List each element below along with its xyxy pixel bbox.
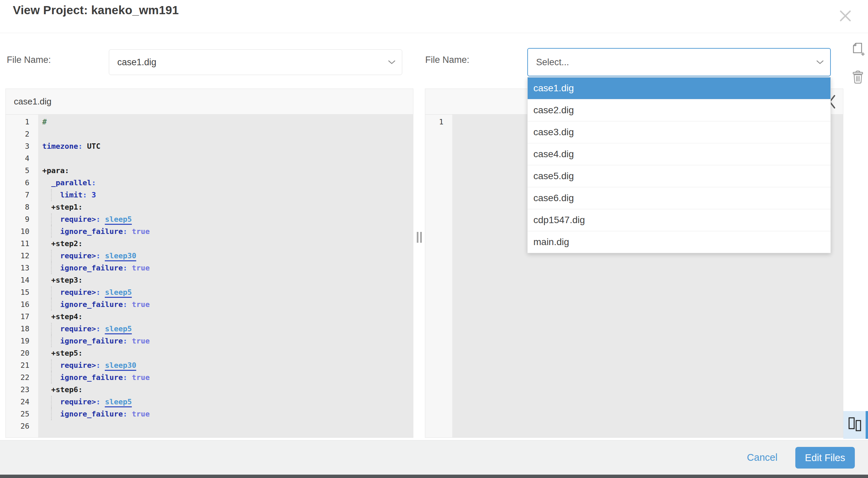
code-line: +step4: bbox=[42, 311, 413, 323]
line-number: 9 bbox=[6, 213, 38, 225]
page-title: View Project: kaneko_wm191 bbox=[13, 3, 179, 17]
task-link[interactable]: sleep5 bbox=[105, 288, 131, 298]
code-token: true bbox=[132, 264, 150, 272]
edit-files-button[interactable]: Edit Files bbox=[795, 447, 855, 469]
line-number: 1 bbox=[425, 116, 452, 128]
code-token bbox=[42, 410, 60, 418]
line-number: 18 bbox=[6, 323, 38, 335]
code-token: : bbox=[92, 178, 96, 187]
code-line: _parallel: bbox=[42, 177, 413, 189]
code-token: ignore_failure bbox=[60, 300, 123, 309]
code-token: +para: bbox=[42, 166, 69, 175]
cancel-button[interactable]: Cancel bbox=[742, 440, 782, 475]
code-token: : bbox=[123, 373, 127, 382]
right-file-select-placeholder: Select... bbox=[536, 49, 569, 76]
code-line: ignore_failure: true bbox=[42, 298, 413, 311]
line-number: 4 bbox=[6, 152, 38, 165]
dropdown-option[interactable]: case6.dig bbox=[528, 187, 830, 209]
code-token: ignore_failure bbox=[60, 264, 123, 272]
code-token: : bbox=[82, 191, 87, 199]
code-token bbox=[42, 227, 60, 236]
code-token: +step1: bbox=[42, 203, 82, 211]
code-token bbox=[100, 361, 105, 369]
code-token: +step6: bbox=[42, 385, 82, 394]
code-token: require> bbox=[60, 398, 96, 406]
code-token bbox=[42, 373, 60, 382]
code-token: +step5: bbox=[42, 349, 82, 357]
line-number: 24 bbox=[6, 396, 38, 408]
task-link[interactable]: sleep30 bbox=[105, 252, 136, 261]
page-background-strip bbox=[0, 475, 868, 478]
code-token: require> bbox=[60, 252, 96, 260]
task-link[interactable]: sleep30 bbox=[105, 361, 136, 371]
line-number: 12 bbox=[6, 250, 38, 262]
code-line: +step5: bbox=[42, 347, 413, 359]
dropdown-option[interactable]: case4.dig bbox=[528, 143, 830, 165]
line-number: 10 bbox=[6, 225, 38, 238]
code-line: ignore_failure: true bbox=[42, 335, 413, 347]
code-token bbox=[127, 337, 132, 345]
code-token: : bbox=[123, 410, 127, 418]
dropdown-option[interactable]: case3.dig bbox=[528, 121, 830, 143]
code-token bbox=[42, 215, 60, 223]
code-token: true bbox=[132, 300, 150, 309]
code-token: ignore_failure bbox=[60, 373, 123, 382]
code-token: timezone bbox=[42, 142, 78, 150]
close-icon[interactable] bbox=[838, 9, 852, 23]
line-number: 6 bbox=[6, 177, 38, 189]
line-number: 22 bbox=[6, 372, 38, 384]
line-number: 21 bbox=[6, 359, 38, 372]
add-file-icon[interactable] bbox=[851, 42, 865, 58]
code-token bbox=[42, 361, 60, 369]
split-view-button[interactable] bbox=[843, 411, 868, 439]
line-number: 20 bbox=[6, 347, 38, 359]
dropdown-option[interactable]: case2.dig bbox=[528, 99, 830, 121]
right-file-select[interactable]: Select... bbox=[527, 48, 831, 76]
dropdown-option[interactable]: case5.dig bbox=[528, 165, 830, 187]
code-token bbox=[100, 252, 105, 260]
left-file-select-value: case1.dig bbox=[117, 50, 156, 75]
code-line bbox=[42, 152, 413, 165]
code-token: +step2: bbox=[42, 239, 82, 248]
code-token: require> bbox=[60, 288, 96, 296]
code-token: UTC bbox=[82, 142, 100, 150]
panel-resize-handle[interactable] bbox=[417, 232, 422, 243]
line-number: 19 bbox=[6, 335, 38, 347]
code-token bbox=[100, 398, 105, 406]
delete-file-icon[interactable] bbox=[852, 70, 864, 85]
code-line: limit: 3 bbox=[42, 189, 413, 201]
code-line: ignore_failure: true bbox=[42, 262, 413, 274]
gutter: 1234567891011121314151617181920212223242… bbox=[6, 115, 38, 437]
code-line: require>: sleep5 bbox=[42, 213, 413, 225]
code-token bbox=[42, 288, 60, 296]
code-token bbox=[127, 227, 132, 236]
code-token bbox=[127, 264, 132, 272]
code-line: +para: bbox=[42, 165, 413, 177]
code-token: ignore_failure bbox=[60, 227, 123, 236]
code-token: +step4: bbox=[42, 312, 82, 321]
dropdown-option[interactable]: case1.dig bbox=[528, 77, 830, 99]
code-token bbox=[42, 325, 60, 333]
code-token: : bbox=[96, 325, 100, 333]
line-number: 23 bbox=[6, 384, 38, 396]
code-token: : bbox=[96, 215, 100, 223]
left-file-select[interactable]: case1.dig bbox=[109, 49, 402, 75]
line-number: 3 bbox=[6, 140, 38, 152]
code-token: : bbox=[96, 361, 100, 369]
line-number: 15 bbox=[6, 286, 38, 298]
code-token: _parallel bbox=[51, 178, 92, 187]
code-token bbox=[42, 264, 60, 272]
code-line: # bbox=[42, 116, 413, 128]
code-token: : bbox=[96, 288, 100, 296]
dropdown-option[interactable]: main.dig bbox=[528, 231, 830, 253]
line-number: 5 bbox=[6, 165, 38, 177]
code-area[interactable]: #timezone: UTC+para: _parallel: limit: 3… bbox=[38, 115, 413, 437]
code-line: require>: sleep5 bbox=[42, 286, 413, 298]
left-file-panel: case1.dig 123456789101112131415161718192… bbox=[5, 89, 413, 438]
task-link[interactable]: sleep5 bbox=[105, 398, 131, 407]
left-code-editor[interactable]: 1234567891011121314151617181920212223242… bbox=[6, 115, 413, 437]
task-link[interactable]: sleep5 bbox=[105, 325, 131, 334]
dropdown-option[interactable]: cdp1547.dig bbox=[528, 209, 830, 231]
task-link[interactable]: sleep5 bbox=[105, 215, 131, 225]
code-token: : bbox=[123, 337, 127, 345]
